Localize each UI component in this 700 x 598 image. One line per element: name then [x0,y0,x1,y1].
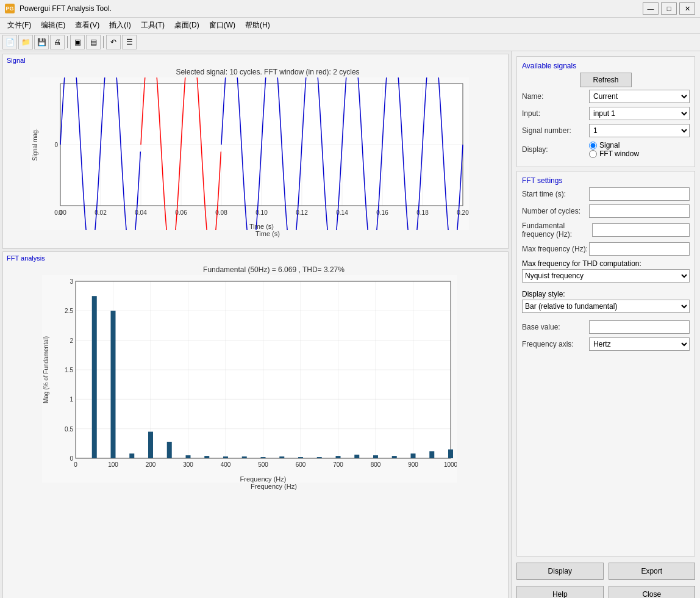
menu-help[interactable]: 帮助(H) [240,19,275,32]
display-style-group: Display style: Bar (relative to fundamen… [522,290,690,317]
fft-plot-title: Fundamental (50Hz) = 6.069 , THD= 3.27% [42,265,505,274]
signal-number-select[interactable]: 1 [589,124,690,137]
left-panel: Signal Selected signal: 10 cycles. FFT w… [0,51,511,598]
freq-axis-select[interactable]: Hertz [589,337,690,351]
radio-fftwindow-row: FFT window [589,150,639,158]
toolbar-sep1 [67,36,68,48]
max-freq-row: Max frequency (Hz): 1000 [522,242,690,256]
max-freq-thd-select[interactable]: Nyquist frequency [522,269,690,283]
fft-settings-title: FFT settings [522,176,690,185]
menu-bar: 文件(F) 编辑(E) 查看(V) 插入(I) 工具(T) 桌面(D) 窗口(W… [0,18,700,34]
fft-chart-container: Fundamental (50Hz) = 6.069 , THD= 3.27% … [5,265,505,505]
menu-tools[interactable]: 工具(T) [136,19,170,32]
signal-panel-title: Signal [7,57,26,64]
signal-number-label: Signal number: [522,126,589,135]
signal-plot-title: Selected signal: 10 cycles. FFT window (… [30,68,505,76]
base-value-label: Base value: [522,323,589,331]
display-button[interactable]: Display [516,563,604,580]
radio-fftwindow-label: FFT window [599,150,639,158]
signal-x-label: Time (s) [30,230,505,237]
toolbar-btn8[interactable]: ☰ [122,35,137,49]
bottom-buttons-2: Help Close [516,586,695,598]
start-time-row: Start time (s): 0.04 [522,187,690,201]
fft-settings-section: FFT settings Start time (s): 0.04 Number… [516,171,695,557]
toolbar-open[interactable]: 📁 [18,35,33,49]
name-row: Name: Current [522,90,690,103]
toolbar-btn6[interactable]: ▤ [86,35,101,49]
close-button-main[interactable]: Close [609,586,696,598]
fund-freq-row: Fundamental frequency (Hz): 50 [522,222,690,239]
num-cycles-input[interactable]: 2 [589,204,690,218]
menu-edit[interactable]: 编辑(E) [36,19,70,32]
freq-axis-label: Frequency axis: [522,340,589,348]
display-radio-group: Signal FFT window [589,141,639,158]
max-freq-input[interactable]: 1000 [589,242,690,256]
display-style-select[interactable]: Bar (relative to fundamental) [522,300,690,313]
max-freq-thd-label: Max frequency for THD computation: [522,259,690,268]
toolbar: 📄 📁 💾 🖨 ▣ ▤ ↶ ☰ [0,34,700,51]
window-title: Powergui FFT Analysis Tool. [20,4,638,13]
window-controls: — □ ✕ [643,2,695,15]
max-freq-label: Max frequency (Hz): [522,245,589,253]
fft-canvas [42,275,457,483]
fund-freq-label: Fundamental frequency (Hz): [522,222,592,239]
start-time-input[interactable]: 0.04 [589,187,690,201]
radio-signal-row: Signal [589,141,639,150]
minimize-button[interactable]: — [643,2,659,15]
toolbar-print[interactable]: 🖨 [50,35,65,49]
display-style-label: Display style: [522,290,690,298]
fft-panel-title: FFT analysis [7,254,45,262]
name-select[interactable]: Current [589,90,690,103]
bottom-buttons-1: Display Export [516,563,695,580]
max-freq-thd-group: Max frequency for THD computation: Nyqui… [522,259,690,286]
help-button[interactable]: Help [516,586,604,598]
refresh-button[interactable]: Refresh [580,73,631,87]
toolbar-save[interactable]: 💾 [34,35,49,49]
available-signals-title: Available signals [522,62,690,70]
app-icon: PG [5,4,15,13]
toolbar-cursor[interactable]: ↶ [106,35,121,49]
input-label: Input: [522,109,589,118]
freq-axis-row: Frequency axis: Hertz [522,337,690,351]
input-row: Input: input 1 [522,107,690,120]
signal-panel: Signal Selected signal: 10 cycles. FFT w… [2,54,509,249]
fund-freq-input[interactable]: 50 [592,223,690,237]
available-signals-section: Available signals Refresh Name: Current … [516,56,695,167]
num-cycles-row: Number of cycles: 2 [522,204,690,218]
title-bar: PG Powergui FFT Analysis Tool. — □ ✕ [0,0,700,18]
fft-panel: FFT analysis Fundamental (50Hz) = 6.069 … [2,251,509,598]
display-label: Display: [522,145,589,154]
signal-chart-container: Selected signal: 10 cycles. FFT window (… [5,68,505,253]
main-content: Signal Selected signal: 10 cycles. FFT w… [0,51,700,598]
menu-window[interactable]: 窗口(W) [204,19,240,32]
menu-view[interactable]: 查看(V) [70,19,104,32]
start-time-label: Start time (s): [522,190,589,198]
maximize-button[interactable]: □ [661,2,677,15]
right-panel: Available signals Refresh Name: Current … [511,51,700,598]
menu-file[interactable]: 文件(F) [2,19,36,32]
toolbar-new[interactable]: 📄 [2,35,17,49]
base-value-row: Base value: 1.0 [522,320,690,334]
base-value-input[interactable]: 1.0 [589,320,690,334]
signal-canvas [30,77,469,230]
name-label: Name: [522,92,589,101]
num-cycles-label: Number of cycles: [522,207,589,215]
export-button[interactable]: Export [609,563,696,580]
close-button[interactable]: ✕ [679,2,695,15]
display-row: Display: Signal FFT window [522,141,690,158]
signal-number-row: Signal number: 1 [522,124,690,137]
radio-fftwindow[interactable] [589,150,597,158]
fft-x-label: Frequency (Hz) [42,483,505,490]
radio-signal-label: Signal [599,141,620,150]
input-select[interactable]: input 1 [589,107,690,120]
menu-desktop[interactable]: 桌面(D) [170,19,204,32]
radio-signal[interactable] [589,142,597,150]
toolbar-sep2 [103,36,104,48]
menu-insert[interactable]: 插入(I) [104,19,135,32]
toolbar-btn5[interactable]: ▣ [70,35,85,49]
